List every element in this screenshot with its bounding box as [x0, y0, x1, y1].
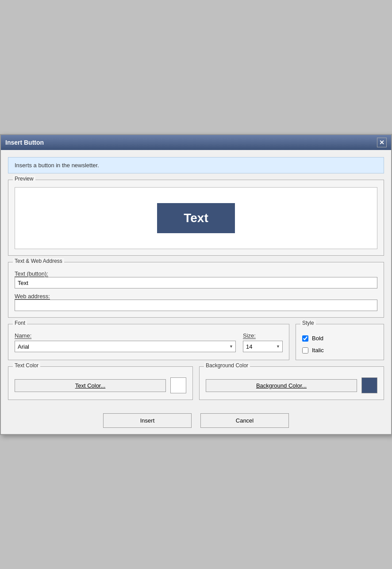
insert-button-dialog: Insert Button ✕ Inserts a button in the …: [0, 134, 392, 435]
font-legend: Font: [13, 320, 27, 326]
font-style-row: Font Name: Arial Times New Roman Verdana…: [8, 324, 384, 360]
dialog-body: Inserts a button in the newsletter. Prev…: [1, 150, 391, 407]
web-address-input[interactable]: [15, 300, 377, 311]
text-web-section: Text & Web Address Text (button): Web ad…: [8, 262, 384, 318]
web-address-label: Web address:: [15, 293, 50, 300]
preview-legend: Preview: [13, 176, 35, 182]
insert-button[interactable]: Insert: [103, 413, 192, 428]
dialog-title: Insert Button: [5, 139, 44, 146]
text-color-button[interactable]: Text Color...: [15, 379, 166, 392]
info-text: Inserts a button in the newsletter.: [15, 162, 99, 169]
font-size-group: Size: 8 10 12 14 16 18 20 24: [243, 332, 283, 352]
info-box: Inserts a button in the newsletter.: [8, 157, 384, 173]
bg-color-legend: Background Color: [204, 362, 250, 369]
background-color-section: Background Color Background Color...: [199, 366, 384, 400]
style-section: Style Bold Italic: [296, 324, 384, 360]
text-color-swatch: [170, 377, 186, 393]
font-section: Font Name: Arial Times New Roman Verdana…: [8, 324, 289, 360]
font-row: Name: Arial Times New Roman Verdana Geor…: [15, 332, 283, 352]
text-color-button-label: Text Color...: [75, 382, 106, 389]
font-size-label: Size:: [243, 332, 283, 339]
font-name-label: Name:: [15, 332, 236, 339]
text-color-section: Text Color Text Color...: [8, 366, 193, 400]
text-button-label: Text (button):: [15, 270, 48, 277]
preview-area: Text: [15, 187, 377, 249]
bold-label: Bold: [312, 335, 323, 342]
dialog-titlebar: Insert Button ✕: [1, 135, 391, 150]
style-legend: Style: [300, 320, 316, 326]
text-color-row: Text Color...: [15, 377, 186, 393]
preview-section: Preview Text: [8, 180, 384, 256]
font-size-select[interactable]: 8 10 12 14 16 18 20 24 28 36: [243, 341, 283, 352]
background-color-button[interactable]: Background Color...: [206, 379, 357, 392]
preview-button: Text: [157, 203, 235, 233]
style-checkboxes: Bold Italic: [302, 335, 377, 354]
italic-checkbox-row[interactable]: Italic: [302, 347, 377, 354]
font-name-group: Name: Arial Times New Roman Verdana Geor…: [15, 332, 236, 352]
text-web-legend: Text & Web Address: [13, 258, 64, 264]
font-size-select-wrapper: 8 10 12 14 16 18 20 24 28 36: [243, 341, 283, 352]
font-name-select[interactable]: Arial Times New Roman Verdana Georgia Co…: [15, 341, 236, 352]
bg-color-swatch: [361, 377, 377, 393]
text-color-legend: Text Color: [13, 362, 40, 369]
italic-checkbox[interactable]: [302, 347, 308, 354]
bg-color-button-label: Background Color...: [256, 382, 307, 389]
text-label-group: Text (button):: [15, 270, 377, 288]
dialog-footer: Insert Cancel: [1, 407, 391, 434]
bold-checkbox[interactable]: [302, 335, 308, 342]
bg-color-row: Background Color...: [206, 377, 377, 393]
web-label-group: Web address:: [15, 293, 377, 311]
close-button[interactable]: ✕: [377, 138, 387, 147]
text-button-input[interactable]: [15, 277, 377, 288]
font-name-select-wrapper: Arial Times New Roman Verdana Georgia Co…: [15, 341, 236, 352]
color-sections: Text Color Text Color... Background Colo…: [8, 366, 384, 400]
bold-checkbox-row[interactable]: Bold: [302, 335, 377, 342]
cancel-button[interactable]: Cancel: [200, 413, 289, 428]
italic-label: Italic: [312, 347, 324, 354]
